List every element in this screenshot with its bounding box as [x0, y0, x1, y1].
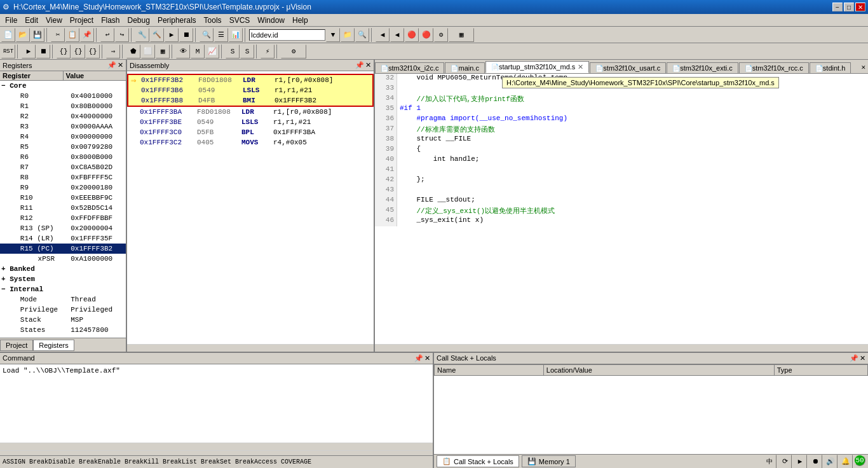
menu-item-flash[interactable]: Flash — [97, 15, 123, 26]
tb-redo[interactable]: ↪ — [115, 28, 129, 42]
cs-close[interactable]: ✕ — [860, 354, 865, 362]
cs-btn7[interactable]: 50 — [854, 455, 865, 466]
cs-btn6[interactable]: 🔔 — [839, 455, 853, 469]
code-hscrollbar[interactable] — [375, 344, 868, 352]
tb2-en[interactable]: ▦ — [156, 45, 170, 59]
reg-row[interactable]: R80xFBFFFF5C — [0, 172, 126, 182]
cmd-close[interactable]: ✕ — [424, 354, 430, 362]
tb-b6[interactable]: 📊 — [229, 28, 243, 42]
tb2-s1[interactable]: S — [226, 45, 240, 59]
cmd-hscrollbar[interactable] — [0, 450, 433, 455]
menu-item-edit[interactable]: Edit — [21, 15, 42, 26]
menu-item-debug[interactable]: Debug — [124, 15, 154, 26]
tb-paste[interactable]: 📌 — [80, 28, 94, 42]
tb-undo[interactable]: ↩ — [100, 28, 114, 42]
tb-b5[interactable]: ☰ — [214, 28, 228, 42]
cs-btn1[interactable]: 中 — [763, 455, 776, 469]
reg-row[interactable]: xPSR0xA1000000 — [0, 254, 126, 264]
disasm-row[interactable]: ⇒0x1FFFF3B2F8D01808LDRr1,[r0,#0x808] — [128, 75, 372, 85]
tb-b1[interactable]: 🔧 — [135, 28, 149, 42]
file-input[interactable] — [249, 29, 325, 41]
tb-b14[interactable]: ▦ — [449, 28, 474, 42]
tab-close[interactable]: ✕ — [578, 63, 583, 71]
menu-item-tools[interactable]: Tools — [200, 15, 226, 26]
code-tab-stm32f10x_rcc-c[interactable]: 📄stm32f10x_rcc.c — [739, 62, 809, 73]
bottom-tab-memory[interactable]: 💾 Memory 1 — [522, 455, 576, 467]
reg-row[interactable]: R110x52BD5C14 — [0, 203, 126, 213]
reg-row[interactable]: − Core — [0, 81, 126, 91]
reg-row[interactable]: R70xC8A5B02D — [0, 162, 126, 172]
menu-item-view[interactable]: View — [42, 15, 66, 26]
cs-btn2[interactable]: ⟳ — [778, 455, 792, 469]
reg-row[interactable]: R13 (SP)0x20000004 — [0, 223, 126, 233]
registers-close[interactable]: ✕ — [118, 61, 123, 69]
tb-copy[interactable]: 📋 — [65, 28, 79, 42]
tb2-run2[interactable]: ⇒ — [106, 45, 120, 59]
tb2-watch[interactable]: 👁 — [176, 45, 190, 59]
menu-item-window[interactable]: Window — [254, 15, 288, 26]
menu-item-svcs[interactable]: SVCS — [226, 15, 254, 26]
reg-row[interactable]: States112457800 — [0, 325, 126, 335]
tb-b13[interactable]: ⚙ — [434, 28, 448, 42]
reg-row[interactable]: R30x0000AAAA — [0, 121, 126, 132]
tb-open[interactable]: 📂 — [16, 28, 30, 42]
tb-b7[interactable]: 📁 — [341, 28, 355, 42]
reg-row[interactable]: R10x80B00000 — [0, 101, 126, 111]
reg-row[interactable]: + Banked — [0, 264, 126, 274]
disasm-pin[interactable]: 📌 — [355, 61, 364, 69]
cmd-vscrollbar[interactable] — [0, 443, 433, 450]
disasm-row[interactable]: 0x1FFFF3B8D4FBBMI0x1FFFF3B2 — [128, 95, 372, 106]
menu-item-file[interactable]: File — [1, 15, 21, 26]
reg-row[interactable]: R60x8000B000 — [0, 152, 126, 162]
code-tab-stm32f10x_usart-c[interactable]: 📄stm32f10x_usart.c — [590, 62, 666, 73]
reg-row[interactable]: StackMSP — [0, 315, 126, 325]
tb2-mem[interactable]: M — [191, 45, 205, 59]
disasm-row[interactable]: 0x1FFFF3BAF8D01808LDRr1,[r0,#0x808] — [127, 107, 374, 117]
cs-btn4[interactable]: ⏺ — [808, 455, 822, 469]
code-tab-startup_stm32f10x_md-s[interactable]: 📄startup_stm32f10x_md.s✕ — [485, 61, 589, 73]
reg-row[interactable]: R90x20000180 — [0, 182, 126, 193]
disasm-close[interactable]: ✕ — [365, 61, 371, 69]
tb-cut[interactable]: ✂ — [51, 28, 65, 42]
menu-item-project[interactable]: Project — [66, 15, 97, 26]
tb-b9[interactable]: ◀ — [376, 28, 390, 42]
disasm-row[interactable]: 0x1FFFF3BE0549LSLSr1,r1,#21 — [127, 117, 374, 127]
tb-new[interactable]: 📄 — [1, 28, 15, 42]
minimize-button[interactable]: − — [832, 3, 843, 11]
reg-row[interactable]: ModeThread — [0, 294, 126, 305]
reg-row[interactable]: R50x00799280 — [0, 142, 126, 152]
reg-row[interactable]: R100xEEEBBF9C — [0, 193, 126, 203]
bottom-tab-callstack[interactable]: 📋 Call Stack + Locals — [437, 455, 519, 467]
tb-b2[interactable]: 🔨 — [150, 28, 164, 42]
code-tab-main-c[interactable]: 📄main.c — [445, 62, 484, 73]
menu-item-peripherals[interactable]: Peripherals — [154, 15, 200, 26]
tb2-clrbp[interactable]: ⬜ — [141, 45, 155, 59]
disasm-row[interactable]: 0x1FFFF3C0D5FBBPL0x1FFFF3BA — [127, 127, 374, 137]
reg-row[interactable]: R40x00000000 — [0, 132, 126, 142]
tb2-bp[interactable]: ⬟ — [126, 45, 140, 59]
close-all-tabs[interactable]: ✕ — [858, 63, 868, 71]
tb2-step[interactable]: {} — [57, 45, 71, 59]
menu-item-help[interactable]: Help — [288, 15, 312, 26]
cs-btn5[interactable]: 🔊 — [824, 455, 837, 469]
disasm-row[interactable]: 0x1FFFF3C20405MOVSr4,#0x05 — [127, 137, 374, 148]
registers-pin[interactable]: 📌 — [107, 61, 116, 69]
tb2-out[interactable]: {} — [86, 45, 100, 59]
disasm-row[interactable]: 0x1FFFF3B60549LSLSr1,r1,#21 — [128, 85, 372, 95]
tb2-rst[interactable]: RST — [1, 45, 15, 59]
reg-row[interactable]: R120xFFDFFBBF — [0, 213, 126, 223]
tb-b10[interactable]: ◀ — [390, 28, 404, 42]
code-tab-stm32f10x_i2c-c[interactable]: 📄stm32f10x_i2c.c — [375, 62, 444, 73]
code-tab-stdint-h[interactable]: 📄stdint.h — [810, 62, 851, 73]
tb-b8[interactable]: 🔍 — [355, 28, 369, 42]
cs-btn3[interactable]: ▶ — [793, 455, 807, 469]
reg-row[interactable]: R15 (PC)0x1FFFF3B2 — [0, 244, 126, 254]
tab-project[interactable]: Project — [0, 340, 33, 351]
tb-b3[interactable]: ▶ — [165, 28, 179, 42]
tb-save[interactable]: 💾 — [31, 28, 44, 42]
tb2-s2[interactable]: S — [240, 45, 254, 59]
cmd-pin[interactable]: 📌 — [414, 354, 423, 362]
cs-pin[interactable]: 📌 — [850, 354, 858, 362]
tb2-run[interactable]: ▶ — [22, 45, 36, 59]
reg-row[interactable]: − Internal — [0, 284, 126, 294]
